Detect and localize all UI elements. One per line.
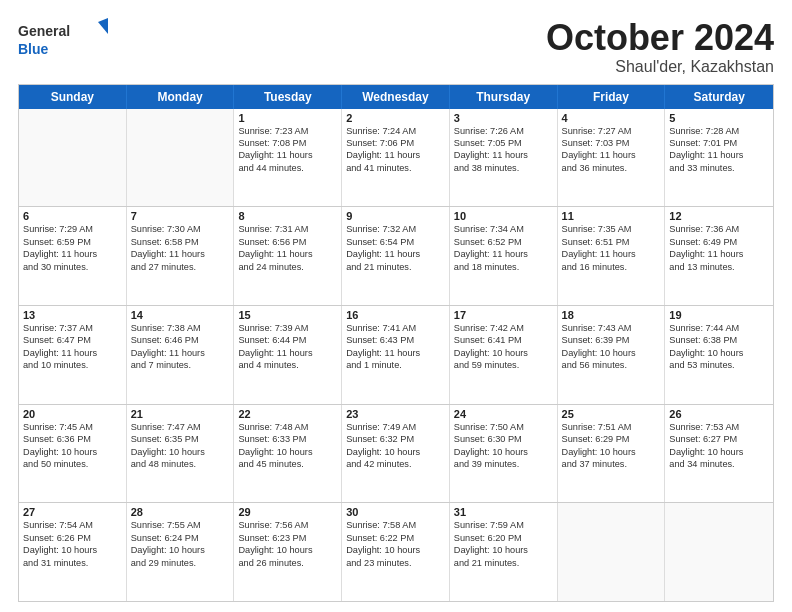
day-number: 4 xyxy=(562,112,661,124)
day-number: 3 xyxy=(454,112,553,124)
calendar-header: Sunday Monday Tuesday Wednesday Thursday… xyxy=(19,85,773,109)
day-number: 13 xyxy=(23,309,122,321)
sunrise-text: Sunrise: 7:35 AM xyxy=(562,223,661,235)
sunset-text: Sunset: 6:35 PM xyxy=(131,433,230,445)
sunrise-text: Sunrise: 7:47 AM xyxy=(131,421,230,433)
sunrise-text: Sunrise: 7:23 AM xyxy=(238,125,337,137)
sunset-text: Sunset: 6:38 PM xyxy=(669,334,769,346)
day-number: 6 xyxy=(23,210,122,222)
sunrise-text: Sunrise: 7:26 AM xyxy=(454,125,553,137)
sunrise-text: Sunrise: 7:37 AM xyxy=(23,322,122,334)
table-row xyxy=(665,503,773,601)
daylight-minutes: and 56 minutes. xyxy=(562,359,661,371)
daylight-minutes: and 59 minutes. xyxy=(454,359,553,371)
daylight-text: Daylight: 10 hours xyxy=(454,544,553,556)
daylight-text: Daylight: 11 hours xyxy=(454,248,553,260)
daylight-text: Daylight: 10 hours xyxy=(669,347,769,359)
daylight-minutes: and 23 minutes. xyxy=(346,557,445,569)
sunrise-text: Sunrise: 7:36 AM xyxy=(669,223,769,235)
table-row: 25 Sunrise: 7:51 AM Sunset: 6:29 PM Dayl… xyxy=(558,405,666,503)
daylight-text: Daylight: 11 hours xyxy=(131,347,230,359)
daylight-text: Daylight: 10 hours xyxy=(23,544,122,556)
calendar-row-4: 27 Sunrise: 7:54 AM Sunset: 6:26 PM Dayl… xyxy=(19,502,773,601)
page-header: General Blue October 2024 Shaul'der, Kaz… xyxy=(18,18,774,76)
sunrise-text: Sunrise: 7:43 AM xyxy=(562,322,661,334)
table-row: 27 Sunrise: 7:54 AM Sunset: 6:26 PM Dayl… xyxy=(19,503,127,601)
table-row: 8 Sunrise: 7:31 AM Sunset: 6:56 PM Dayli… xyxy=(234,207,342,305)
daylight-minutes: and 29 minutes. xyxy=(131,557,230,569)
sunrise-text: Sunrise: 7:28 AM xyxy=(669,125,769,137)
table-row: 31 Sunrise: 7:59 AM Sunset: 6:20 PM Dayl… xyxy=(450,503,558,601)
daylight-minutes: and 48 minutes. xyxy=(131,458,230,470)
daylight-text: Daylight: 10 hours xyxy=(23,446,122,458)
sunrise-text: Sunrise: 7:42 AM xyxy=(454,322,553,334)
sunset-text: Sunset: 6:32 PM xyxy=(346,433,445,445)
table-row: 15 Sunrise: 7:39 AM Sunset: 6:44 PM Dayl… xyxy=(234,306,342,404)
sunrise-text: Sunrise: 7:34 AM xyxy=(454,223,553,235)
daylight-text: Daylight: 10 hours xyxy=(346,544,445,556)
table-row: 18 Sunrise: 7:43 AM Sunset: 6:39 PM Dayl… xyxy=(558,306,666,404)
day-number: 27 xyxy=(23,506,122,518)
daylight-text: Daylight: 11 hours xyxy=(562,248,661,260)
day-number: 30 xyxy=(346,506,445,518)
daylight-minutes: and 45 minutes. xyxy=(238,458,337,470)
sunrise-text: Sunrise: 7:53 AM xyxy=(669,421,769,433)
daylight-minutes: and 24 minutes. xyxy=(238,261,337,273)
day-number: 20 xyxy=(23,408,122,420)
table-row: 3 Sunrise: 7:26 AM Sunset: 7:05 PM Dayli… xyxy=(450,109,558,207)
daylight-text: Daylight: 10 hours xyxy=(238,544,337,556)
daylight-text: Daylight: 11 hours xyxy=(669,149,769,161)
table-row xyxy=(558,503,666,601)
header-sunday: Sunday xyxy=(19,85,127,109)
sunset-text: Sunset: 7:05 PM xyxy=(454,137,553,149)
daylight-minutes: and 27 minutes. xyxy=(131,261,230,273)
daylight-text: Daylight: 10 hours xyxy=(454,347,553,359)
daylight-text: Daylight: 11 hours xyxy=(23,347,122,359)
daylight-text: Daylight: 11 hours xyxy=(238,347,337,359)
day-number: 1 xyxy=(238,112,337,124)
table-row: 14 Sunrise: 7:38 AM Sunset: 6:46 PM Dayl… xyxy=(127,306,235,404)
sunrise-text: Sunrise: 7:54 AM xyxy=(23,519,122,531)
table-row: 28 Sunrise: 7:55 AM Sunset: 6:24 PM Dayl… xyxy=(127,503,235,601)
sunset-text: Sunset: 6:41 PM xyxy=(454,334,553,346)
daylight-minutes: and 38 minutes. xyxy=(454,162,553,174)
daylight-minutes: and 36 minutes. xyxy=(562,162,661,174)
sunset-text: Sunset: 6:59 PM xyxy=(23,236,122,248)
table-row: 22 Sunrise: 7:48 AM Sunset: 6:33 PM Dayl… xyxy=(234,405,342,503)
table-row xyxy=(19,109,127,207)
calendar-body: 1 Sunrise: 7:23 AM Sunset: 7:08 PM Dayli… xyxy=(19,109,773,601)
daylight-minutes: and 21 minutes. xyxy=(454,557,553,569)
table-row: 2 Sunrise: 7:24 AM Sunset: 7:06 PM Dayli… xyxy=(342,109,450,207)
table-row: 1 Sunrise: 7:23 AM Sunset: 7:08 PM Dayli… xyxy=(234,109,342,207)
sunrise-text: Sunrise: 7:30 AM xyxy=(131,223,230,235)
sunrise-text: Sunrise: 7:44 AM xyxy=(669,322,769,334)
daylight-minutes: and 34 minutes. xyxy=(669,458,769,470)
table-row: 12 Sunrise: 7:36 AM Sunset: 6:49 PM Dayl… xyxy=(665,207,773,305)
sunset-text: Sunset: 7:01 PM xyxy=(669,137,769,149)
sunset-text: Sunset: 6:23 PM xyxy=(238,532,337,544)
daylight-minutes: and 7 minutes. xyxy=(131,359,230,371)
daylight-text: Daylight: 11 hours xyxy=(346,347,445,359)
day-number: 10 xyxy=(454,210,553,222)
page-title: October 2024 xyxy=(546,18,774,58)
svg-marker-2 xyxy=(98,18,108,34)
daylight-text: Daylight: 10 hours xyxy=(346,446,445,458)
table-row: 24 Sunrise: 7:50 AM Sunset: 6:30 PM Dayl… xyxy=(450,405,558,503)
title-block: October 2024 Shaul'der, Kazakhstan xyxy=(546,18,774,76)
table-row: 26 Sunrise: 7:53 AM Sunset: 6:27 PM Dayl… xyxy=(665,405,773,503)
daylight-minutes: and 39 minutes. xyxy=(454,458,553,470)
day-number: 12 xyxy=(669,210,769,222)
day-number: 7 xyxy=(131,210,230,222)
day-number: 25 xyxy=(562,408,661,420)
day-number: 16 xyxy=(346,309,445,321)
sunset-text: Sunset: 6:51 PM xyxy=(562,236,661,248)
sunrise-text: Sunrise: 7:32 AM xyxy=(346,223,445,235)
daylight-minutes: and 33 minutes. xyxy=(669,162,769,174)
day-number: 18 xyxy=(562,309,661,321)
day-number: 24 xyxy=(454,408,553,420)
day-number: 31 xyxy=(454,506,553,518)
table-row: 10 Sunrise: 7:34 AM Sunset: 6:52 PM Dayl… xyxy=(450,207,558,305)
daylight-text: Daylight: 10 hours xyxy=(562,446,661,458)
sunrise-text: Sunrise: 7:29 AM xyxy=(23,223,122,235)
calendar-row-3: 20 Sunrise: 7:45 AM Sunset: 6:36 PM Dayl… xyxy=(19,404,773,503)
